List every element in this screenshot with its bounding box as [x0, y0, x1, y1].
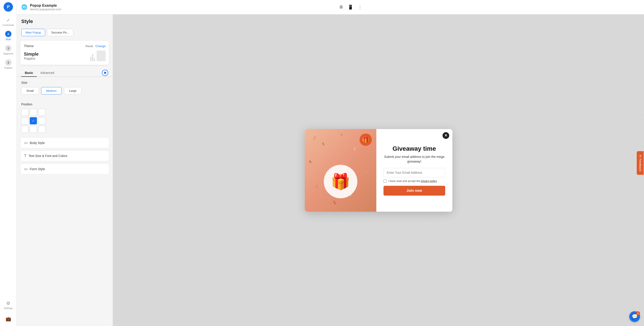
accordion-form-style-header: ▭ Form Style: [20, 164, 109, 174]
form-style-icon: ▭: [24, 167, 28, 171]
accordion-section: ▭ Body Style T Text Size & Font and Colo…: [17, 137, 113, 174]
panel-title: Style: [21, 18, 108, 24]
preview-area: 🎁 🎁 ✕ Giveaway time Submit your email ad…: [113, 14, 644, 326]
pos-bot-left[interactable]: [21, 126, 28, 133]
sidebar-nav: P ✓ Customize 2 Style 3 Segment 4 Publis…: [0, 0, 17, 326]
theme-change-btn[interactable]: Change: [95, 44, 106, 48]
sub-tab-advanced[interactable]: Advanced: [37, 69, 58, 77]
feedback-icon: ✉: [638, 155, 642, 157]
segment-step-badge: 3: [5, 45, 12, 51]
size-section: Size Small Medium Large: [17, 77, 113, 94]
theme-actions: Reset Change: [86, 44, 106, 48]
size-large-btn[interactable]: Large: [64, 87, 82, 94]
segment-label: Segment: [3, 52, 13, 55]
checkbox-label: I have read and accept the privacy polic…: [388, 179, 437, 183]
chat-nav-icon: 💼: [6, 316, 11, 322]
confetti-4: [354, 147, 356, 151]
checkbox-label-text: I have read and accept the: [388, 179, 420, 183]
theme-card-header: Theme Reset Change: [24, 44, 106, 48]
pos-bot-center[interactable]: [30, 126, 37, 133]
tab-success-popup[interactable]: Success Po...: [47, 29, 73, 36]
panel-tabs: Main Popup Success Po...: [17, 26, 113, 38]
size-medium-btn[interactable]: Medium: [41, 87, 62, 94]
position-section: Position ✓: [17, 98, 113, 133]
popup-close-btn[interactable]: ✕: [442, 132, 449, 139]
feedback-label: Feedback: [638, 159, 642, 171]
pos-mid-left[interactable]: [21, 117, 28, 124]
theme-card: Theme Reset Change Simple Poppins: [20, 41, 109, 65]
theme-font: Poppins: [24, 57, 39, 60]
accordion-text-size[interactable]: T Text Size & Font and Colors: [20, 151, 109, 161]
sidebar-item-chat[interactable]: 💼: [0, 314, 16, 324]
settings-icon: ⚙: [6, 301, 10, 306]
chat-badge-count: 1: [637, 312, 639, 315]
text-size-icon: T: [24, 154, 26, 158]
checkbox-row: I have read and accept the privacy polic…: [384, 179, 445, 183]
style-panel: Style Main Popup Success Po... Theme Res…: [17, 14, 113, 326]
panel-header: Style: [17, 14, 113, 26]
theme-reset-btn[interactable]: Reset: [86, 44, 93, 48]
pos-check-icon: ✓: [32, 119, 35, 123]
size-label: Size: [21, 81, 108, 84]
join-now-btn[interactable]: Join now: [384, 186, 445, 196]
app-subtitle: demo2.popupsmart.com: [30, 7, 61, 11]
topbar-info: Popup Example demo2.popupsmart.com: [30, 3, 61, 11]
chat-badge: 1: [636, 311, 640, 315]
gift-main-icon: 🎁: [331, 172, 350, 191]
confetti-7: [316, 185, 318, 188]
size-small-btn[interactable]: Small: [21, 87, 39, 94]
circle-inner: [104, 72, 106, 74]
sidebar-item-customize[interactable]: ✓ Customize: [0, 15, 16, 28]
pos-top-left[interactable]: [21, 109, 28, 116]
chat-bubble[interactable]: 💬 1: [629, 311, 640, 322]
circle-target-btn[interactable]: [102, 70, 108, 76]
pos-mid-right[interactable]: [38, 117, 46, 124]
sub-tabs: Basic Advanced: [17, 67, 113, 77]
pos-top-right[interactable]: [38, 109, 46, 116]
popup-container: 🎁 🎁 ✕ Giveaway time Submit your email ad…: [305, 129, 452, 212]
pos-bot-right[interactable]: [38, 126, 46, 133]
gift-circle: 🎁: [324, 165, 357, 198]
sidebar-item-publish[interactable]: 4 Publish: [0, 57, 16, 71]
topbar-device-switcher: 🖥 📱 ⋮: [61, 4, 640, 10]
sub-tab-basic[interactable]: Basic: [21, 69, 37, 77]
pos-top-center[interactable]: [30, 109, 37, 116]
theme-name: Simple: [24, 52, 39, 57]
body-style-label: Body Style: [30, 141, 45, 145]
style-step-badge: 2: [5, 31, 12, 37]
tab-main-popup[interactable]: Main Popup: [21, 29, 45, 36]
sidebar-item-settings[interactable]: ⚙ Settings: [0, 298, 16, 312]
mobile-icon[interactable]: 📱: [348, 4, 353, 10]
more-options-icon[interactable]: ⋮: [358, 4, 362, 10]
text-size-label: Text Size & Font and Colors: [28, 154, 68, 158]
gift-badge-icon: 🎁: [362, 136, 369, 143]
logo-letter: P: [7, 5, 10, 9]
feedback-tab[interactable]: ✉ Feedback: [636, 151, 644, 175]
globe-icon: 🌐: [21, 4, 27, 10]
confetti-3: [340, 133, 343, 136]
popup-title: Giveaway time: [384, 145, 445, 153]
form-style-label: Form Style: [30, 167, 45, 171]
privacy-checkbox[interactable]: [384, 179, 386, 183]
join-btn-label: Join now: [406, 189, 422, 192]
accordion-body-style-header: ▭ Body Style: [20, 138, 109, 148]
sidebar-item-style[interactable]: 2 Style: [0, 28, 16, 43]
desktop-icon[interactable]: 🖥: [339, 4, 343, 10]
privacy-policy-link[interactable]: privacy policy: [421, 179, 437, 183]
topbar: 🌐 Popup Example demo2.popupsmart.com 🖥 📱…: [17, 0, 644, 14]
body-style-icon: ▭: [24, 141, 28, 145]
accordion-form-style[interactable]: ▭ Form Style: [20, 163, 109, 174]
theme-preview: Simple Poppins: [24, 50, 106, 61]
size-buttons: Small Medium Large: [21, 87, 108, 94]
close-icon: ✕: [444, 133, 447, 138]
popup-left-panel: 🎁 🎁: [305, 129, 376, 212]
theme-label: Theme: [24, 44, 34, 48]
pos-mid-center[interactable]: ✓: [30, 117, 37, 124]
confetti-2: [322, 142, 324, 146]
email-input[interactable]: [384, 168, 445, 177]
sidebar-item-segment[interactable]: 3 Segment: [0, 43, 16, 57]
style-label: Style: [6, 38, 11, 41]
publish-step-number: 4: [8, 61, 9, 64]
position-grid: ✓: [21, 109, 108, 133]
accordion-body-style[interactable]: ▭ Body Style: [20, 137, 109, 148]
